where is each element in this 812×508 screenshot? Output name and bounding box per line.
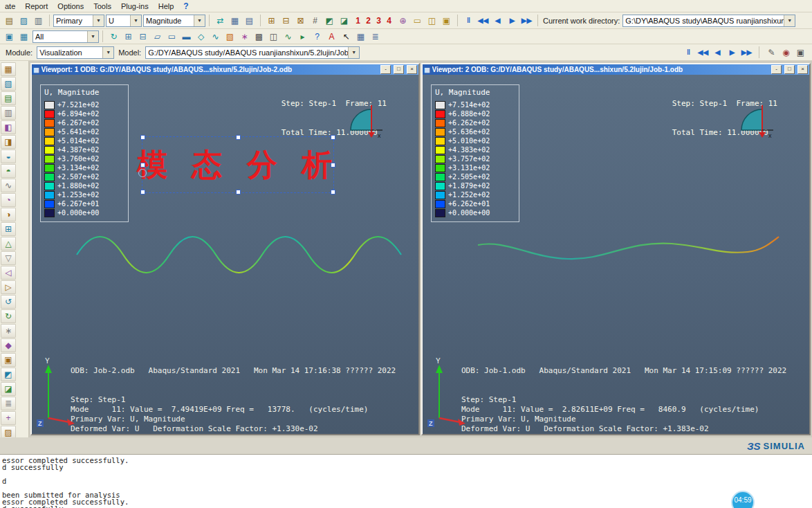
animation-pause-button[interactable]: ‖ — [681, 46, 696, 59]
toolbox-icon[interactable]: ▣ — [1, 353, 16, 367]
animation-first-button[interactable]: ◀◀ — [696, 46, 710, 59]
viewport-tile-icon[interactable]: ◫ — [425, 14, 439, 27]
toolbox-icon[interactable]: ◪ — [1, 382, 16, 396]
toolbox-icon[interactable]: ◁ — [1, 266, 16, 280]
frame-selector-icon[interactable]: ▤ — [242, 14, 257, 27]
create-display-group-icon[interactable]: ▣ — [2, 30, 17, 43]
selection-handle[interactable] — [140, 190, 145, 194]
superimpose-options-icon[interactable]: ◫ — [266, 30, 281, 43]
work-directory-combo[interactable]: G:\DY\ABAQUS study\ABAQUS ruanjianshixun… — [622, 15, 795, 27]
viewport-2-titlebar[interactable]: ▦ Viewport: 2 ODB: G:/DY/ABAQUS study/AB… — [423, 64, 809, 75]
annotation-selection-box[interactable]: 模 态 分 析 — [142, 136, 334, 193]
menu-item-plugins[interactable]: Plug-ins — [116, 1, 154, 12]
animation-last-button[interactable]: ▶▶ — [519, 14, 534, 27]
model-combo[interactable]: G:/DY/ABAQUS study/ABAQUS ruanjianshixun… — [145, 46, 360, 59]
invariant-combo[interactable]: Magnitude ▼ — [143, 15, 205, 27]
annotation-text[interactable]: 模 态 分 析 — [137, 149, 339, 180]
remove-display-group-icon[interactable]: ⊟ — [136, 30, 150, 43]
toolbox-icon[interactable]: + — [1, 411, 16, 425]
toolbox-icon[interactable]: ▤ — [1, 91, 16, 105]
viewport-2-canvas[interactable]: U, Magnitude +7.514e+02+6.888e+02+6.262e… — [423, 75, 809, 434]
toolbox-icon[interactable]: ◔ — [1, 193, 16, 207]
toolbox-icon[interactable]: ◒ — [1, 149, 16, 163]
animation-play-button[interactable]: ▶ — [505, 14, 519, 27]
free-body-cut-icon[interactable]: ◩ — [322, 14, 337, 27]
menu-item-help[interactable]: Help — [154, 1, 179, 12]
probe-values-icon[interactable]: ⊕ — [396, 14, 410, 27]
add-display-group-icon[interactable]: ⊞ — [121, 30, 136, 43]
selection-handle[interactable] — [236, 190, 241, 194]
module-combo[interactable]: Visualization ▼ — [37, 46, 114, 59]
display-group-manager-icon[interactable]: ▦ — [17, 30, 31, 43]
attach-annotation-icon[interactable]: ✎ — [764, 46, 779, 59]
stream-display-icon[interactable]: ◪ — [337, 14, 351, 27]
replace-display-group-icon[interactable]: ↻ — [107, 30, 121, 43]
animation-last-button[interactable]: ▶▶ — [739, 46, 754, 59]
viewport-layout-1-button[interactable]: 1 — [353, 15, 363, 26]
sync-viewports-icon[interactable]: ⇄ — [213, 14, 228, 27]
chevron-down-icon[interactable]: ▼ — [130, 15, 141, 26]
context-help-icon[interactable]: ? — [178, 0, 193, 12]
toolbox-icon[interactable]: ↻ — [1, 309, 16, 323]
render-shaded-icon[interactable]: ▬ — [179, 30, 194, 43]
menu-item-report[interactable]: Report — [20, 1, 53, 12]
toolbox-icon[interactable]: ▧ — [1, 77, 16, 91]
toolbox-icon[interactable]: ▥ — [1, 106, 16, 120]
viewport-1-titlebar[interactable]: ▦ Viewport: 1 ODB: G:/DY/ABAQUS study/AB… — [32, 64, 418, 75]
common-options-icon[interactable]: ▩ — [252, 30, 266, 43]
toolbox-icon[interactable]: ◩ — [1, 368, 16, 381]
query-icon[interactable]: ? — [310, 30, 324, 43]
field-report-icon[interactable]: ▦ — [353, 30, 368, 43]
toolbox-icon[interactable]: ◆ — [1, 338, 16, 352]
viewport-layout-2-button[interactable]: 2 — [363, 15, 373, 26]
viewport-1-canvas[interactable]: U, Magnitude +7.521e+02+6.894e+02+6.267e… — [32, 75, 418, 434]
close-button[interactable]: × — [407, 65, 417, 74]
selection-handle[interactable] — [331, 190, 335, 194]
minimize-button[interactable]: - — [380, 65, 391, 74]
tree-toggle-icon[interactable]: ▤ — [2, 14, 17, 27]
toolbox-icon[interactable]: ▷ — [1, 280, 16, 294]
record-movie-icon[interactable]: ▣ — [793, 46, 808, 59]
field-output-table-icon[interactable]: ▦ — [228, 14, 242, 27]
view-cut-manager-icon[interactable]: # — [308, 14, 322, 27]
chevron-down-icon[interactable]: ▼ — [87, 31, 98, 42]
menu-item-ate[interactable]: ate — [0, 1, 20, 12]
maximize-button[interactable]: □ — [784, 65, 795, 74]
toolbox-icon[interactable]: ∿ — [1, 179, 16, 192]
view-cut-y-icon[interactable]: ⊟ — [279, 14, 293, 27]
cursor-select-icon[interactable]: ↖ — [339, 30, 353, 43]
result-options-icon[interactable]: ▥ — [31, 14, 46, 27]
animate-time-history-icon[interactable]: ∿ — [281, 30, 295, 43]
annotation-text-icon[interactable]: A — [324, 30, 339, 43]
plot-undeformed-icon[interactable]: ◇ — [194, 30, 208, 43]
selection-handle[interactable] — [236, 135, 241, 140]
viewport-cascade-icon[interactable]: ▣ — [439, 14, 454, 27]
selection-handle[interactable] — [140, 163, 145, 167]
animation-pause-button[interactable]: ‖ — [461, 14, 476, 27]
render-wireframe-icon[interactable]: ▱ — [150, 30, 165, 43]
animation-options-icon[interactable]: ▸ — [295, 30, 310, 43]
toolbox-icon[interactable]: ≣ — [1, 397, 16, 410]
toolbox-icon[interactable]: ◓ — [1, 164, 16, 178]
maximize-button[interactable]: □ — [394, 65, 404, 74]
component-combo[interactable]: U ▼ — [106, 15, 142, 27]
snapshot-camera-icon[interactable]: ◉ — [779, 46, 793, 59]
toolbox-icon[interactable]: ◨ — [1, 135, 16, 149]
view-cut-z-icon[interactable]: ⊠ — [293, 14, 308, 27]
selection-handle[interactable] — [331, 163, 335, 167]
close-button[interactable]: × — [797, 65, 808, 74]
chevron-down-icon[interactable]: ▼ — [784, 15, 795, 26]
message-area[interactable]: essor completed successfully.d successfu… — [0, 454, 812, 508]
chevron-down-icon[interactable]: ▼ — [102, 47, 113, 58]
animation-previous-button[interactable]: ◀ — [490, 14, 505, 27]
viewport-layout-3-button[interactable]: 3 — [373, 15, 384, 26]
plot-contours-icon[interactable]: ▧ — [223, 30, 237, 43]
xy-data-manager-icon[interactable]: ≣ — [368, 30, 382, 43]
plot-deformed-icon[interactable]: ∿ — [208, 30, 223, 43]
toolbox-icon[interactable]: ⊞ — [1, 222, 16, 236]
chevron-down-icon[interactable]: ▼ — [93, 15, 104, 26]
plot-symbols-icon[interactable]: ∗ — [237, 30, 252, 43]
viewport-single-icon[interactable]: ▭ — [410, 14, 425, 27]
toolbox-icon[interactable]: ▽ — [1, 251, 16, 265]
chevron-down-icon[interactable]: ▼ — [348, 47, 359, 58]
